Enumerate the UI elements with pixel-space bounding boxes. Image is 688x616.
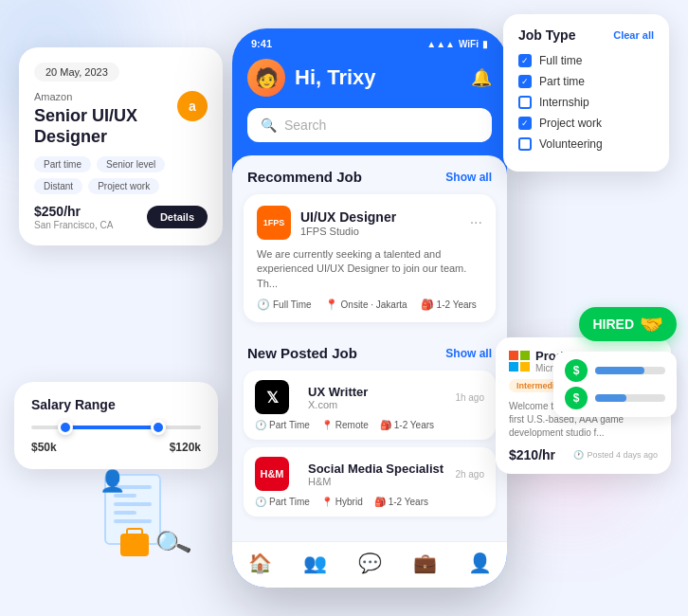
jt-projectwork-label: Project work xyxy=(539,117,602,130)
recommend-show-all[interactable]: Show all xyxy=(445,171,492,184)
job-exp-tag: 🎒 1-2 Years xyxy=(421,299,477,311)
status-time: 9:41 xyxy=(251,38,272,49)
slider-thumb-right[interactable] xyxy=(151,420,166,435)
pin-icon-nj1: 📍 xyxy=(321,420,333,430)
phone-status-bar: 9:41 ▲▲▲ WiFi ▮ xyxy=(232,28,507,55)
nj2-type: 🕐 Part Time xyxy=(255,497,310,507)
x-logo: 𝕏 xyxy=(255,380,289,414)
new-posted-section-header: New Posted Job Show all xyxy=(232,332,507,371)
salary-bar-1 xyxy=(595,367,665,374)
jt-internship-label: Internship xyxy=(539,96,589,109)
search-placeholder-text: Search xyxy=(284,118,326,133)
job-type-card: Job Type Clear all Full time Part time I… xyxy=(503,14,669,172)
clock-icon: 🕐 xyxy=(257,299,270,311)
job-location-tag: 📍 Onsite · Jakarta xyxy=(325,299,407,311)
job-type-tag: 🕐 Full Time xyxy=(257,299,312,311)
amazon-location: San Francisco, CA xyxy=(34,220,113,230)
checkbox-volunteering[interactable] xyxy=(518,137,532,151)
bag-icon-nj1: 🎒 xyxy=(380,420,391,430)
jt-fulltime-label: Full time xyxy=(539,54,582,67)
recommend-section-header: Recommend Job Show all xyxy=(232,155,507,194)
new-job-2-time: 2h ago xyxy=(455,469,484,480)
checkbox-projectwork[interactable] xyxy=(518,117,532,130)
new-job-1-title: UX Writter xyxy=(308,385,455,399)
dollar-icon-1: $ xyxy=(565,359,588,382)
salary-min: $50k xyxy=(31,441,57,454)
bottom-nav: 🏠 👥 💬 💼 👤 xyxy=(232,541,507,588)
jt-volunteering[interactable]: Volunteering xyxy=(518,137,654,151)
salary-slider-track[interactable] xyxy=(31,426,201,429)
notification-bell-icon[interactable]: 🔔 xyxy=(471,67,492,88)
clock-icon-nj1: 🕐 xyxy=(255,420,266,430)
featured-job-company: 1FPS Studio xyxy=(300,226,470,237)
hired-text: HIRED xyxy=(592,317,634,332)
clear-all-button[interactable]: Clear all xyxy=(613,29,654,41)
amazon-card-date: 20 May, 2023 xyxy=(34,63,119,82)
pin-icon: 📍 xyxy=(325,299,338,311)
phone-mockup: 9:41 ▲▲▲ WiFi ▮ 🧑 Hi, Trixy 🔔 🔍 Search R… xyxy=(232,28,507,588)
jt-internship[interactable]: Internship xyxy=(518,96,654,109)
amazon-salary: $250/hr xyxy=(34,204,113,219)
new-job-1-company: X.com xyxy=(308,399,455,410)
product-card-price: $210/hr xyxy=(509,447,555,462)
product-card-time: 🕐 Posted 4 days ago xyxy=(573,450,658,460)
signal-icon: ▲▲▲ xyxy=(426,39,455,49)
nj2-exp: 🎒 1-2 Years xyxy=(374,497,428,507)
amazon-tags: Part time Senior level Distant Project w… xyxy=(34,156,208,194)
microsoft-logo xyxy=(509,351,530,371)
user-avatar[interactable]: 🧑 xyxy=(247,59,285,97)
phone-body: Recommend Job Show all 1FPS UI/UX Design… xyxy=(232,155,507,541)
salary-slider-fill xyxy=(65,426,158,429)
new-job-item-1[interactable]: 𝕏 UX Writter X.com 1h ago 🕐 Part Time 📍 … xyxy=(244,371,496,440)
search-icon: 🔍 xyxy=(261,118,277,133)
tag-senior: Senior level xyxy=(97,156,165,172)
dollar-icon-2: $ xyxy=(565,387,588,409)
status-icons: ▲▲▲ WiFi ▮ xyxy=(426,39,488,49)
nav-people-icon[interactable]: 👥 xyxy=(303,552,327,574)
slider-thumb-left[interactable] xyxy=(58,420,73,435)
wifi-icon: WiFi xyxy=(459,39,479,49)
jt-projectwork[interactable]: Project work xyxy=(518,117,654,130)
new-job-item-2[interactable]: H&M Social Media Specialist H&M 2h ago 🕐… xyxy=(244,447,496,516)
new-posted-show-all[interactable]: Show all xyxy=(445,347,492,360)
clock-icon-nj2: 🕐 xyxy=(255,497,266,507)
person-icon: 👤 xyxy=(100,469,125,494)
nj1-work: 📍 Remote xyxy=(321,420,369,430)
battery-icon: ▮ xyxy=(482,39,488,49)
details-button[interactable]: Details xyxy=(147,206,208,228)
salary-badge: $ $ xyxy=(553,352,677,417)
recommend-title: Recommend Job xyxy=(247,169,362,185)
search-bar[interactable]: 🔍 Search xyxy=(247,108,492,142)
nav-home-icon[interactable]: 🏠 xyxy=(248,552,272,574)
checkbox-parttime[interactable] xyxy=(518,75,532,88)
featured-job-title: UI/UX Designer xyxy=(300,209,470,225)
jt-parttime[interactable]: Part time xyxy=(518,75,654,88)
checkbox-internship[interactable] xyxy=(518,96,532,109)
nav-jobs-icon[interactable]: 💼 xyxy=(413,552,437,574)
nj2-work: 📍 Hybrid xyxy=(321,497,363,507)
tag-part-time: Part time xyxy=(34,156,91,172)
more-options-icon[interactable]: ··· xyxy=(470,214,482,231)
nj1-type: 🕐 Part Time xyxy=(255,420,310,430)
new-job-2-company: H&M xyxy=(308,476,455,487)
jt-parttime-label: Part time xyxy=(539,75,585,88)
amazon-card-title: Senior UI/UX Designer xyxy=(34,106,177,147)
jt-fulltime[interactable]: Full time xyxy=(518,54,654,67)
tag-project: Project work xyxy=(88,178,159,194)
amazon-logo: a xyxy=(177,91,208,121)
salary-bar-2 xyxy=(595,394,665,402)
greeting-text: Hi, Trixy xyxy=(295,65,471,90)
featured-job-desc: We are currently seeking a talented and … xyxy=(257,247,482,291)
featured-job-card[interactable]: 1FPS UI/UX Designer 1FPS Studio ··· We a… xyxy=(244,194,496,322)
job-type-title: Job Type xyxy=(518,27,575,43)
new-job-2-title: Social Media Specialist xyxy=(308,462,455,476)
nav-profile-icon[interactable]: 👤 xyxy=(468,552,492,574)
pin-icon-nj2: 📍 xyxy=(321,497,333,507)
salary-card: Salary Range $50k $120k xyxy=(14,382,218,469)
salary-title: Salary Range xyxy=(31,397,201,412)
bag-icon-nj2: 🎒 xyxy=(374,497,386,507)
resume-illustration: 👤 🔍 xyxy=(100,469,194,564)
checkbox-fulltime[interactable] xyxy=(518,54,532,67)
nav-chat-icon[interactable]: 💬 xyxy=(358,552,382,574)
phone-header: 🧑 Hi, Trixy 🔔 xyxy=(232,55,507,108)
